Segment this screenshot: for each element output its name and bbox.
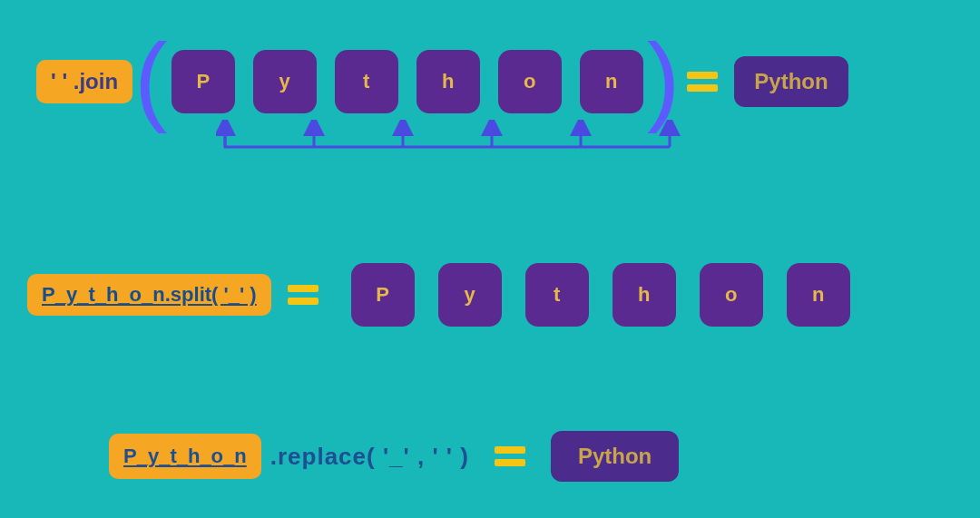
replace-source-badge: P_y_t_h_o_n (109, 434, 261, 479)
letter-text: y (465, 283, 475, 307)
close-paren-icon: ) (647, 48, 681, 108)
letter-box: h (416, 50, 480, 113)
letter-box: o (498, 50, 562, 113)
letter-text: h (442, 70, 454, 93)
join-arrows-icon (216, 120, 706, 165)
equals-icon (495, 446, 525, 466)
replace-result: Python (551, 431, 679, 482)
open-paren-icon: ( (134, 48, 168, 108)
letter-text: y (279, 70, 290, 93)
letter-text: t (554, 283, 560, 307)
letter-text: P (196, 70, 210, 93)
split-letter-list: Python (351, 263, 850, 327)
join-letter-list: Python (172, 50, 643, 113)
letter-text: o (725, 283, 737, 307)
letter-box: n (580, 50, 643, 113)
equals-icon (288, 285, 318, 305)
letter-text: n (812, 283, 824, 307)
join-parenthesized-list: ( Python ) (134, 50, 680, 113)
letter-box: P (172, 50, 235, 113)
replace-call-text: .replace( '_' , ' ' ) (270, 443, 469, 471)
split-text: P_y_t_h_o_n.split( '_' ) (42, 283, 257, 307)
split-call-label: P_y_t_h_o_n.split( '_' ) (27, 274, 271, 316)
letter-box: t (335, 50, 398, 113)
replace-result-text: Python (578, 444, 652, 468)
equals-icon (687, 72, 718, 92)
letter-text: t (363, 70, 369, 93)
letter-box: n (787, 263, 850, 327)
letter-text: n (605, 70, 617, 93)
replace-diagram: P_y_t_h_o_n .replace( '_' , ' ' ) Python (109, 431, 679, 482)
join-text: ' ' .join (51, 69, 118, 94)
letter-text: P (376, 283, 389, 307)
letter-box: h (612, 263, 676, 327)
letter-text: o (524, 70, 535, 93)
letter-box: P (351, 263, 415, 327)
letter-box: o (700, 263, 763, 327)
join-result: Python (734, 56, 848, 107)
join-diagram: ' ' .join ( Python ) Python (36, 50, 848, 113)
letter-box: t (525, 263, 589, 327)
letter-box: y (438, 263, 502, 327)
split-diagram: P_y_t_h_o_n.split( '_' ) Python (27, 263, 854, 327)
letter-box: y (253, 50, 317, 113)
replace-badge-text: P_y_t_h_o_n (123, 445, 247, 468)
join-call-label: ' ' .join (36, 60, 132, 103)
letter-text: h (638, 283, 650, 307)
join-result-text: Python (754, 69, 828, 93)
